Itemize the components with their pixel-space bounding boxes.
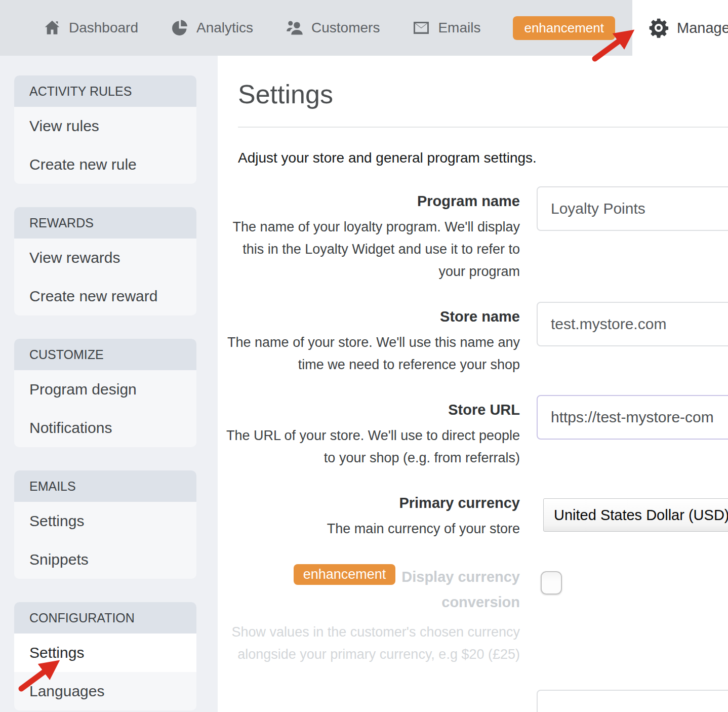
store-name-input[interactable] xyxy=(537,302,728,346)
field-row-next-cropped xyxy=(226,690,728,712)
program-name-label: Program name xyxy=(226,191,520,211)
field-row-primary-currency: Primary currency The main currency of yo… xyxy=(226,493,728,540)
nav-item-label: Dashboard xyxy=(69,20,138,36)
sidebar-item-notifications[interactable]: Notifications xyxy=(14,409,196,447)
sidebar-item-snippets[interactable]: Snippets xyxy=(14,540,196,579)
store-name-label: Store name xyxy=(226,307,520,326)
field-row-display-currency-conversion: enhancementDisplay currency conversion S… xyxy=(226,564,728,665)
sidebar-section-title: CUSTOMIZE xyxy=(14,339,196,370)
next-field-input[interactable] xyxy=(537,690,728,712)
sidebar-section-title: EMAILS xyxy=(14,470,196,502)
sidebar-card-configuration: CONFIGURATION Settings Languages xyxy=(14,602,196,710)
gear-icon xyxy=(648,17,670,39)
sidebar-item-program-design[interactable]: Program design xyxy=(14,370,196,409)
nav-tab-label: Manage xyxy=(677,20,728,36)
sidebar: ACTIVITY RULES View rules Create new rul… xyxy=(0,56,218,712)
nav-item-analytics[interactable]: Analytics xyxy=(171,19,253,37)
nav-item-dashboard[interactable]: Dashboard xyxy=(43,19,138,37)
display-currency-conversion-help: Show values in the customer's chosen cur… xyxy=(226,621,520,665)
sidebar-card-activity-rules: ACTIVITY RULES View rules Create new rul… xyxy=(14,75,196,184)
nav-item-customers[interactable]: Customers xyxy=(286,19,380,37)
sidebar-item-create-new-rule[interactable]: Create new rule xyxy=(14,145,196,184)
sidebar-item-languages[interactable]: Languages xyxy=(14,672,196,710)
nav-item-label: Emails xyxy=(438,20,480,36)
display-currency-conversion-label: Display currency conversion xyxy=(401,569,520,610)
top-nav: Dashboard Analytics Customers Emails enh… xyxy=(0,0,728,56)
sidebar-section-title: REWARDS xyxy=(14,207,196,239)
primary-currency-label: Primary currency xyxy=(226,493,520,512)
nav-item-emails[interactable]: Emails xyxy=(412,19,480,37)
field-row-program-name: Program name The name of your loyalty pr… xyxy=(226,191,728,283)
nav-item-label: Analytics xyxy=(196,20,253,36)
sidebar-item-create-new-reward[interactable]: Create new reward xyxy=(14,277,196,315)
field-row-store-name: Store name The name of your store. We'll… xyxy=(226,307,728,376)
home-icon xyxy=(43,19,61,37)
display-currency-conversion-checkbox[interactable] xyxy=(541,571,562,595)
sidebar-section-title: ACTIVITY RULES xyxy=(14,75,196,107)
sidebar-card-customize: CUSTOMIZE Program design Notifications xyxy=(14,339,196,447)
sidebar-card-rewards: REWARDS View rewards Create new reward xyxy=(14,207,196,315)
program-name-input[interactable] xyxy=(537,186,728,231)
nav-tab-manage-active[interactable]: Manage xyxy=(632,0,728,56)
email-icon xyxy=(412,19,430,37)
primary-currency-help: The main currency of your store xyxy=(226,518,520,540)
pie-chart-icon xyxy=(171,19,189,37)
settings-form: Program name The name of your loyalty pr… xyxy=(226,191,728,712)
divider xyxy=(238,127,728,128)
store-url-input[interactable] xyxy=(537,395,728,440)
enhancement-badge: enhancement xyxy=(294,564,396,585)
primary-currency-select[interactable]: United States Dollar (USD) xyxy=(543,498,728,532)
field-row-store-url: Store URL The URL of your store. We'll u… xyxy=(226,400,728,469)
sidebar-section-title: CONFIGURATION xyxy=(14,602,196,634)
sidebar-item-email-settings[interactable]: Settings xyxy=(14,502,196,540)
enhancement-badge: enhancement xyxy=(513,16,615,40)
main-content: Settings Adjust your store and general p… xyxy=(218,56,728,712)
sidebar-card-emails: EMAILS Settings Snippets xyxy=(14,470,196,579)
customers-icon xyxy=(286,19,304,37)
store-url-label: Store URL xyxy=(226,400,520,419)
sidebar-item-settings-active[interactable]: Settings xyxy=(14,634,196,672)
program-name-help: The name of your loyalty program. We'll … xyxy=(226,216,520,283)
nav-item-label: Customers xyxy=(311,20,380,36)
page-title: Settings xyxy=(238,79,728,109)
sidebar-item-view-rules[interactable]: View rules xyxy=(14,107,196,145)
store-url-help: The URL of your store. We'll use to dire… xyxy=(226,424,520,469)
store-name-help: The name of your store. We'll use this n… xyxy=(226,331,520,376)
sidebar-item-view-rewards[interactable]: View rewards xyxy=(14,239,196,277)
page-description: Adjust your store and general program se… xyxy=(238,148,728,168)
